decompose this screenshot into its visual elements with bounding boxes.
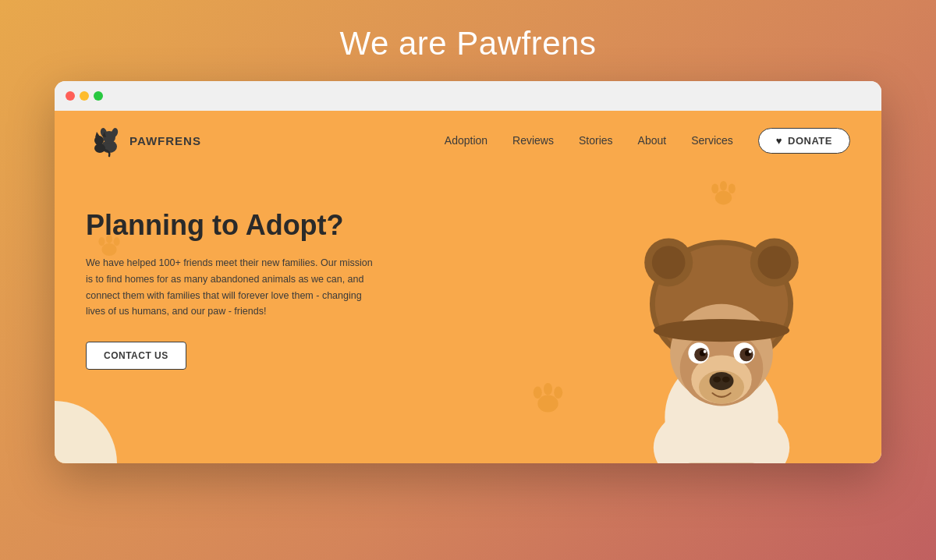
nav-about[interactable]: About <box>638 134 667 147</box>
website-content: PAWFRENS Adoption Reviews Stories About … <box>55 111 881 463</box>
navigation: PAWFRENS Adoption Reviews Stories About … <box>55 111 881 170</box>
page-title: We are Pawfrens <box>0 25 936 62</box>
hero-text: Planning to Adopt? We have helped 100+ f… <box>86 193 538 370</box>
browser-dot-green[interactable] <box>94 91 103 101</box>
logo-text: PAWFRENS <box>129 134 201 147</box>
svg-point-42 <box>722 377 730 383</box>
svg-point-33 <box>652 246 686 279</box>
browser-dot-red[interactable] <box>66 91 75 101</box>
svg-point-51 <box>654 319 789 342</box>
contact-us-button[interactable]: CONTACT US <box>86 342 186 370</box>
donate-button[interactable]: ♥ DONATE <box>758 128 850 154</box>
hero-body: We have helped 100+ friends meet their n… <box>86 255 382 320</box>
hero-heading: Planning to Adopt? <box>86 209 398 241</box>
page-title-area: We are Pawfrens <box>0 0 936 81</box>
heart-icon: ♥ <box>776 135 782 147</box>
hero-section: Planning to Adopt? We have helped 100+ f… <box>55 170 881 463</box>
logo-icon <box>86 122 123 159</box>
browser-chrome <box>55 81 881 111</box>
nav-adoption[interactable]: Adoption <box>445 134 488 147</box>
logo[interactable]: PAWFRENS <box>86 122 201 159</box>
nav-services[interactable]: Services <box>691 134 733 147</box>
svg-rect-52 <box>684 463 760 463</box>
browser-dot-yellow[interactable] <box>80 91 89 101</box>
svg-point-50 <box>749 350 752 353</box>
browser-window: PAWFRENS Adoption Reviews Stories About … <box>55 81 881 463</box>
svg-point-35 <box>758 246 792 279</box>
nav-reviews[interactable]: Reviews <box>512 134 554 147</box>
svg-point-40 <box>710 372 734 390</box>
svg-point-49 <box>704 350 707 353</box>
hero-dog-image <box>538 193 850 463</box>
nav-stories[interactable]: Stories <box>579 134 613 147</box>
svg-point-41 <box>713 377 721 383</box>
nav-links: Adoption Reviews Stories About Services … <box>445 128 850 154</box>
svg-marker-26 <box>95 132 100 137</box>
